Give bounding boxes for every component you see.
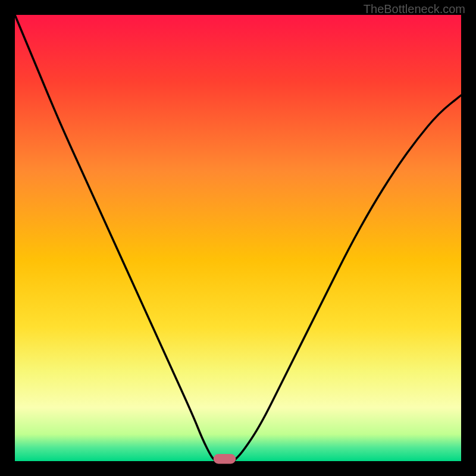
watermark-text: TheBottleneck.com	[364, 2, 465, 16]
gradient-background	[15, 15, 461, 461]
optimal-marker	[214, 454, 236, 464]
chart-container: { "watermark": "TheBottleneck.com", "cha…	[0, 0, 476, 476]
bottleneck-chart	[0, 0, 476, 476]
